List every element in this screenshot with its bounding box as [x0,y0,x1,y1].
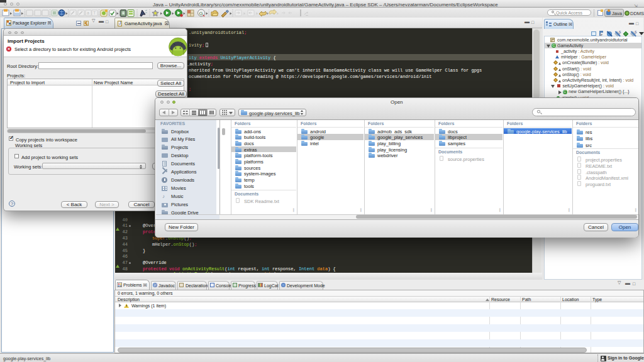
svg-text:G: G [199,11,203,16]
svg-text:T: T [93,11,96,15]
svg-text:a: a [87,11,89,15]
